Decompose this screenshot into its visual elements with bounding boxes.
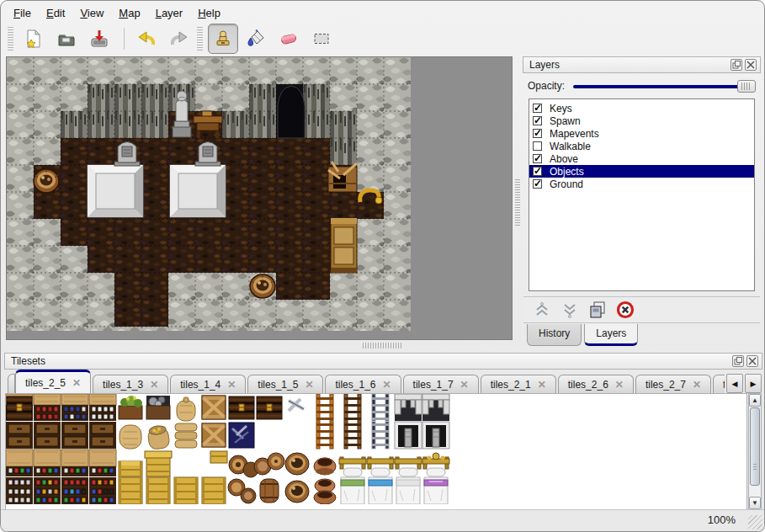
tileset-tab-tiles_2_5[interactable]: tiles_2_5✕ <box>15 370 91 393</box>
tileset-scrollbar[interactable]: ▲ ▼ <box>748 393 762 510</box>
tileset-tab-tiles_1_6[interactable]: tiles_1_6✕ <box>325 375 401 393</box>
layer-row-objects[interactable]: Objects <box>529 165 754 178</box>
tileset-tab-tiles_1_5[interactable]: tiles_1_5✕ <box>247 375 323 393</box>
main-toolbar <box>1 23 764 55</box>
tileset-tab-label: tiles_1_4 <box>180 379 220 391</box>
close-tab-icon[interactable]: ✕ <box>72 378 81 388</box>
move-up-layer-button[interactable] <box>532 300 552 320</box>
fill-tool-button[interactable] <box>241 24 271 54</box>
toolbar-drag-handle[interactable] <box>8 27 13 51</box>
tileset-tab-bar: tiles_2_5✕tiles_1_3✕tiles_1_4✕tiles_1_5✕… <box>5 370 725 393</box>
tab-layers[interactable]: Layers <box>584 324 638 346</box>
layer-row-above[interactable]: Above <box>529 152 754 165</box>
layer-checkbox[interactable] <box>533 141 542 151</box>
vertical-splitter[interactable] <box>514 56 522 340</box>
eraser-tool-button[interactable] <box>274 24 304 54</box>
delete-layer-button[interactable] <box>615 300 635 320</box>
select-tool-button[interactable] <box>306 24 337 54</box>
layer-row-keys[interactable]: Keys <box>529 102 754 114</box>
layer-checkbox[interactable] <box>533 167 542 176</box>
undo-button[interactable] <box>131 24 162 54</box>
tilesets-dock-title: Tilesets <box>8 355 730 367</box>
layers-dock-title: Layers <box>527 59 728 71</box>
layer-checkbox[interactable] <box>533 179 542 189</box>
opacity-slider-handle[interactable] <box>737 80 756 93</box>
close-tab-icon[interactable]: ✕ <box>305 380 313 390</box>
toolbar-separator <box>124 28 125 50</box>
float-panel-icon[interactable] <box>732 355 744 367</box>
new-file-button[interactable] <box>19 24 49 54</box>
duplicate-layer-button[interactable] <box>587 300 608 320</box>
close-panel-icon[interactable] <box>745 59 757 71</box>
tileset-tab-label: tiles_1_5 <box>258 379 298 391</box>
scrollbar-thumb[interactable] <box>750 407 760 486</box>
undo-icon <box>136 29 157 49</box>
menu-edit[interactable]: Edit <box>39 4 72 22</box>
menu-help[interactable]: Help <box>190 4 228 22</box>
horizontal-splitter[interactable] <box>363 343 401 348</box>
close-tab-icon[interactable]: ✕ <box>227 380 236 390</box>
menu-view[interactable]: View <box>72 4 111 22</box>
close-tab-icon[interactable]: ✕ <box>615 380 624 390</box>
tileset-tab-label: tiles_2_5 <box>25 377 66 389</box>
tab-history[interactable]: History <box>527 324 582 346</box>
layer-name: Mapevents <box>550 128 599 140</box>
layer-name: Objects <box>550 166 584 178</box>
close-panel-icon[interactable] <box>746 355 758 367</box>
close-tab-icon[interactable]: ✕ <box>460 380 469 390</box>
move-down-layer-button[interactable] <box>560 300 580 320</box>
close-tab-icon[interactable]: ✕ <box>538 380 546 390</box>
opacity-slider-track <box>573 85 754 88</box>
fill-tool-icon <box>246 29 266 49</box>
save-icon <box>89 29 109 49</box>
layer-row-ground[interactable]: Ground <box>529 178 754 190</box>
toolbar-drag-handle[interactable] <box>197 27 203 51</box>
map-canvas[interactable] <box>6 56 513 340</box>
opacity-slider[interactable] <box>573 80 756 93</box>
tileset-tab-partial[interactable] <box>8 374 15 393</box>
menu-file[interactable]: File <box>6 4 39 22</box>
layer-name: Ground <box>550 178 583 190</box>
layer-row-spawn[interactable]: Spawn <box>529 114 754 127</box>
open-button[interactable] <box>51 24 82 54</box>
tab-scroll-right-icon[interactable]: ▶ <box>745 374 762 393</box>
tileset-tab-tiles_1_4[interactable]: tiles_1_4✕ <box>170 375 246 393</box>
close-tab-icon[interactable]: ✕ <box>693 380 701 390</box>
layer-checkbox[interactable] <box>533 104 542 113</box>
redo-button[interactable] <box>164 24 194 54</box>
tilesets-dock-header: Tilesets <box>4 353 762 370</box>
stamp-tool-icon <box>213 29 233 49</box>
tileset-tab-tiles_2[interactable]: tiles_2✕ <box>713 375 725 393</box>
scroll-up-icon[interactable]: ▲ <box>749 394 761 407</box>
menu-layer[interactable]: Layer <box>148 4 191 22</box>
layer-checkbox[interactable] <box>533 116 542 125</box>
scroll-down-icon[interactable]: ▼ <box>749 497 761 509</box>
tileset-tab-tiles_2_1[interactable]: tiles_2_1✕ <box>481 375 556 393</box>
tileset-tab-label: tiles_2_7 <box>645 379 686 391</box>
stamp-tool-button[interactable] <box>208 24 238 54</box>
status-bar: 100% <box>1 509 764 531</box>
tileset-tab-tiles_2_7[interactable]: tiles_2_7✕ <box>635 375 711 393</box>
move-down-icon <box>560 300 580 320</box>
tileset-tab-label: tiles_2_1 <box>491 379 531 391</box>
layer-toolbar <box>523 296 760 323</box>
menu-map[interactable]: Map <box>111 4 147 22</box>
move-up-icon <box>532 300 552 320</box>
opacity-row: Opacity: <box>528 78 756 93</box>
close-tab-icon[interactable]: ✕ <box>150 380 158 390</box>
save-button[interactable] <box>84 24 114 54</box>
close-tab-icon[interactable]: ✕ <box>382 380 390 390</box>
layer-checkbox[interactable] <box>533 129 542 138</box>
tileset-tab-tiles_1_3[interactable]: tiles_1_3✕ <box>93 375 168 393</box>
tileset-tab-label: tiles_1_3 <box>103 379 143 391</box>
tab-scroll-left-icon[interactable]: ◀ <box>726 374 743 393</box>
layer-row-mapevents[interactable]: Mapevents <box>529 127 754 140</box>
layer-checkbox[interactable] <box>533 154 542 163</box>
resize-grip[interactable] <box>748 515 762 529</box>
layer-row-walkable[interactable]: Walkable <box>529 140 754 152</box>
layers-dock: Layers Opacity: KeysSpawnMapeventsWalkab… <box>523 56 761 348</box>
tileset-tab-tiles_2_6[interactable]: tiles_2_6✕ <box>558 375 634 393</box>
float-panel-icon[interactable] <box>730 59 742 71</box>
tileset-tab-tiles_1_7[interactable]: tiles_1_7✕ <box>403 375 479 393</box>
tileset-content[interactable] <box>5 393 747 510</box>
